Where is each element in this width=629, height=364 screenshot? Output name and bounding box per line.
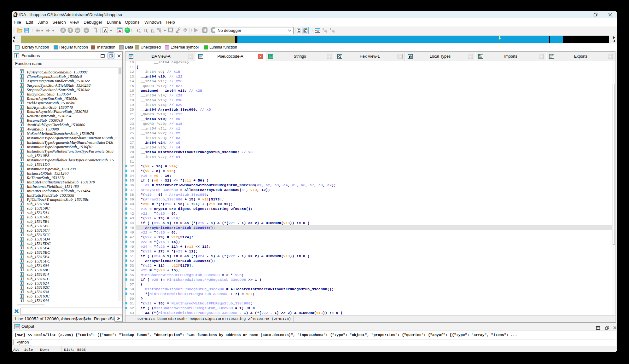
svg-text:A: A [104,28,107,33]
svg-text:➔: ➔ [85,29,88,32]
svg-text:T: T [69,28,72,32]
svg-text:#: # [62,28,64,32]
svg-text:xs: xs [76,29,79,32]
svg-text:C: C [304,29,306,32]
svg-text:C: C [298,29,300,32]
